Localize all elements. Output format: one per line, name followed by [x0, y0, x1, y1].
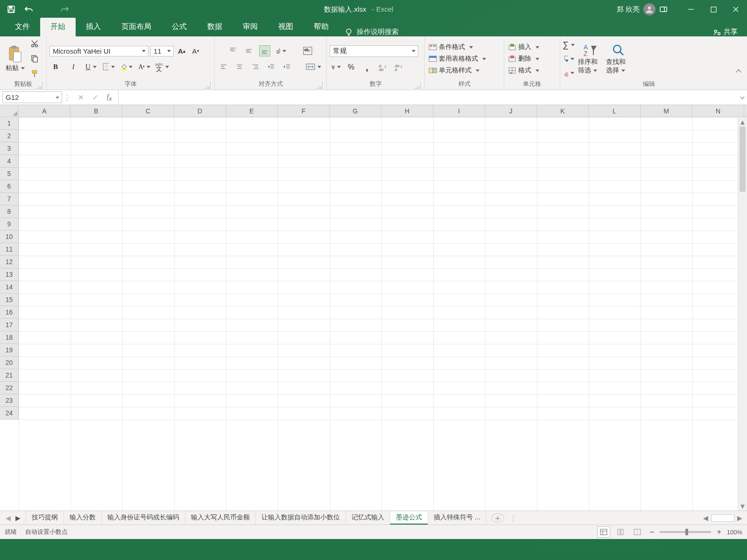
- horizontal-scrollbar[interactable]: ◀ ▶: [702, 514, 747, 522]
- row-header-2[interactable]: 2: [0, 130, 18, 142]
- row-header-20[interactable]: 20: [0, 357, 18, 369]
- user-name[interactable]: 郑 欣亮: [617, 5, 640, 14]
- row-header-10[interactable]: 10: [0, 231, 18, 243]
- select-all-corner[interactable]: [0, 105, 19, 117]
- undo-button[interactable]: [21, 1, 37, 18]
- user-avatar[interactable]: [643, 3, 655, 15]
- row-header-14[interactable]: 14: [0, 281, 18, 294]
- scroll-up-button[interactable]: ▲: [738, 117, 747, 126]
- align-center-button[interactable]: [234, 61, 245, 72]
- align-top-button[interactable]: [227, 45, 239, 56]
- enter-formula-button[interactable]: ✓: [92, 93, 99, 102]
- maximize-button[interactable]: [702, 1, 725, 18]
- row-header-24[interactable]: 24: [0, 407, 18, 420]
- qat-customize[interactable]: [92, 1, 101, 18]
- font-size-combo[interactable]: 11: [150, 46, 174, 56]
- row-header-9[interactable]: 9: [0, 218, 18, 231]
- col-header-B[interactable]: B: [70, 105, 122, 117]
- zoom-in-button[interactable]: +: [715, 528, 723, 536]
- cancel-formula-button[interactable]: ✕: [78, 93, 84, 102]
- formula-input[interactable]: [118, 90, 738, 105]
- conditional-format-button[interactable]: 条件格式: [428, 42, 474, 52]
- col-header-F[interactable]: F: [278, 105, 330, 117]
- borders-button[interactable]: [103, 61, 115, 72]
- delete-cells-button[interactable]: 删除: [507, 54, 540, 63]
- col-header-H[interactable]: H: [381, 105, 433, 117]
- clear-button[interactable]: [563, 67, 574, 78]
- row-header-8[interactable]: 8: [0, 205, 18, 218]
- page-layout-view-button[interactable]: [614, 526, 627, 538]
- wrap-text-button[interactable]: ab: [301, 46, 314, 56]
- col-header-C[interactable]: C: [122, 105, 174, 117]
- insert-function-button[interactable]: fx: [107, 93, 112, 102]
- tab-审阅[interactable]: 审阅: [233, 18, 268, 36]
- zoom-slider[interactable]: [660, 531, 711, 533]
- tell-me[interactable]: 操作说明搜索: [357, 28, 399, 36]
- align-left-button[interactable]: [218, 61, 229, 72]
- sheet-tab-menu[interactable]: ⋮: [510, 514, 516, 522]
- tab-插入[interactable]: 插入: [76, 18, 111, 36]
- row-header-21[interactable]: 21: [0, 369, 18, 382]
- sheet-tab-0[interactable]: 技巧提纲: [26, 511, 64, 525]
- row-header-7[interactable]: 7: [0, 193, 18, 205]
- scroll-down-button[interactable]: ▼: [738, 501, 747, 511]
- italic-button[interactable]: I: [67, 61, 79, 72]
- align-bottom-button[interactable]: [259, 45, 270, 56]
- row-header-1[interactable]: 1: [0, 117, 18, 130]
- autosum-button[interactable]: ∑: [563, 39, 574, 50]
- row-header-15[interactable]: 15: [0, 294, 18, 306]
- increase-font-button[interactable]: A▴: [176, 45, 188, 56]
- sheet-tab-6[interactable]: 墨迹公式: [390, 511, 428, 525]
- font-name-combo[interactable]: Microsoft YaHei UI: [49, 46, 148, 56]
- redo-dropdown[interactable]: [74, 1, 91, 18]
- col-header-M[interactable]: M: [641, 105, 692, 117]
- orientation-button[interactable]: ab: [275, 45, 286, 56]
- sheet-tab-1[interactable]: 输入分数: [63, 511, 102, 525]
- tab-公式[interactable]: 公式: [162, 18, 197, 36]
- col-header-E[interactable]: E: [226, 105, 278, 117]
- vscroll-thumb[interactable]: [740, 126, 746, 192]
- page-break-view-button[interactable]: [631, 526, 644, 538]
- hscroll-track[interactable]: [711, 514, 734, 522]
- col-header-N[interactable]: N: [692, 105, 744, 117]
- close-button[interactable]: [725, 1, 747, 18]
- row-header-18[interactable]: 18: [0, 331, 18, 344]
- tab-开始[interactable]: 开始: [40, 18, 76, 36]
- worksheet-grid[interactable]: ABCDEFGHIJKLMN 1234567891011121314151617…: [0, 105, 747, 511]
- sheet-tab-4[interactable]: 让输入数据自动添加小数位: [255, 511, 346, 525]
- align-dialog-launcher[interactable]: [316, 82, 323, 89]
- comma-button[interactable]: ,: [361, 62, 373, 73]
- sort-filter-button[interactable]: AZ 排序和筛选: [578, 43, 602, 75]
- find-select-button[interactable]: 查找和选择: [606, 43, 630, 75]
- copy-button[interactable]: [29, 53, 40, 64]
- share-button[interactable]: 共享: [713, 28, 738, 36]
- decrease-decimal-button[interactable]: .00.0: [393, 62, 404, 73]
- sheet-nav-prev[interactable]: ◀: [6, 514, 11, 522]
- cell-styles-button[interactable]: 单元格样式: [428, 66, 480, 75]
- save-button[interactable]: [3, 1, 20, 18]
- tab-数据[interactable]: 数据: [197, 18, 233, 36]
- undo-dropdown[interactable]: [38, 1, 55, 18]
- col-header-I[interactable]: I: [433, 105, 485, 117]
- ribbon-display-options[interactable]: [659, 6, 678, 13]
- increase-indent-button[interactable]: [282, 61, 293, 72]
- collapse-ribbon-button[interactable]: [733, 65, 744, 77]
- increase-decimal-button[interactable]: .0.00: [377, 62, 388, 73]
- zoom-level[interactable]: 100%: [727, 529, 742, 536]
- vertical-scrollbar[interactable]: ▲ ▼: [738, 117, 747, 511]
- minimize-button[interactable]: [680, 1, 702, 18]
- row-header-19[interactable]: 19: [0, 344, 18, 357]
- col-header-L[interactable]: L: [589, 105, 641, 117]
- new-sheet-button[interactable]: ＋: [491, 513, 504, 523]
- row-header-17[interactable]: 17: [0, 319, 18, 331]
- insert-cells-button[interactable]: 插入: [507, 42, 540, 52]
- sheet-nav-next[interactable]: ▶: [15, 514, 21, 522]
- decrease-font-button[interactable]: A▾: [190, 45, 202, 56]
- name-box[interactable]: G12: [2, 91, 62, 103]
- format-painter-button[interactable]: [29, 68, 40, 79]
- number-format-combo[interactable]: 常规: [330, 45, 418, 57]
- underline-button[interactable]: U: [85, 61, 97, 72]
- sheet-tab-7[interactable]: 插入特殊符号 ...: [428, 511, 486, 525]
- col-header-D[interactable]: D: [174, 105, 226, 117]
- percent-button[interactable]: %: [345, 62, 357, 73]
